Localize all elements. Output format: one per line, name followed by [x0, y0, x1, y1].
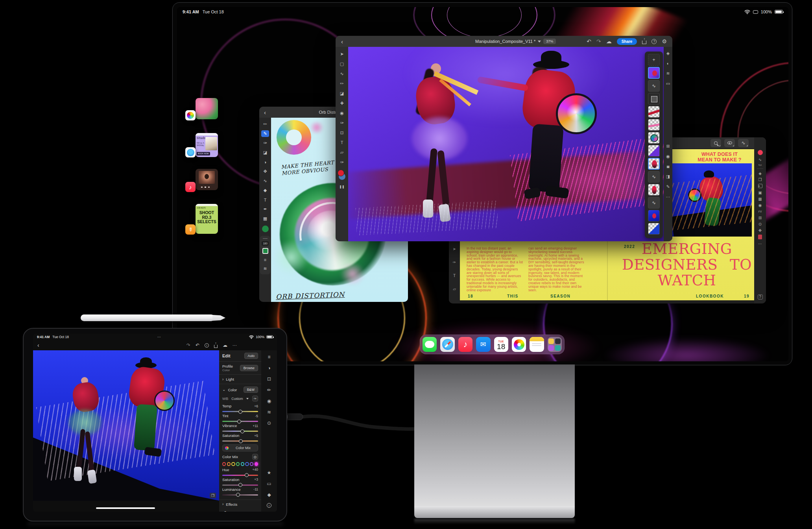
history-icon[interactable]: ⊙ [758, 222, 762, 226]
marquee-tool-icon[interactable]: ▢ [338, 61, 345, 67]
layer-thumbnail[interactable] [648, 223, 660, 235]
more-options-icon[interactable]: ⋯ [666, 194, 670, 200]
undo-icon[interactable]: ↶ [196, 343, 199, 348]
eraser-tool-icon[interactable]: ◪ [261, 149, 269, 156]
browse-button[interactable]: Browse [240, 365, 258, 371]
color-square-swatch[interactable] [262, 248, 268, 254]
properties-panel-icon[interactable]: ≋ [666, 71, 670, 76]
color-mix-button[interactable]: Color Mix [222, 444, 258, 451]
zoom-tool-button[interactable] [710, 139, 721, 147]
music-app-icon[interactable]: ♪ [185, 182, 196, 192]
magenta-channel-dot-selected[interactable] [255, 462, 258, 466]
purple-channel-dot[interactable] [250, 462, 253, 466]
transform-icon[interactable]: ✥ [758, 228, 762, 232]
libraries-icon[interactable] [758, 235, 762, 239]
move-tool-icon[interactable]: ➤ [338, 51, 345, 57]
curves-adjustment-layer[interactable]: ∿ [648, 80, 660, 92]
comment-icon[interactable]: ▭ [267, 481, 271, 486]
zoom-level-badge[interactable]: 37% [543, 39, 556, 44]
dock-photos-icon[interactable] [512, 337, 526, 352]
keyword-tag-icon[interactable]: ◆ [267, 492, 271, 498]
layer-thumbnail[interactable] [648, 145, 660, 157]
dock-safari-icon[interactable] [440, 337, 454, 352]
document-title[interactable]: Manipulation_Composite_V11 * [475, 39, 535, 44]
toolbar-toggle-icon[interactable]: ❚❚ [338, 183, 345, 190]
dock-app-library-icon[interactable] [548, 337, 562, 352]
lasso-tool-icon[interactable]: ∿ [261, 178, 269, 184]
back-icon[interactable]: ‹ [37, 342, 39, 348]
adjustments-panel-icon[interactable]: ◐ [667, 61, 670, 66]
color-swatch[interactable] [758, 150, 763, 155]
healing-icon[interactable]: ◉ [267, 398, 271, 404]
select-tool-icon[interactable]: ➤ [453, 247, 456, 251]
fill-tool-icon[interactable]: ◆ [261, 187, 269, 194]
mix-saturation-slider[interactable] [222, 485, 258, 486]
profiles-icon[interactable]: ◑ [268, 365, 270, 371]
artboard-panel-icon[interactable]: ▣ [758, 191, 762, 194]
brush-size-badge[interactable]: 180 [262, 241, 269, 246]
more-icon[interactable]: ⋯ [233, 343, 237, 348]
export-icon[interactable] [642, 41, 646, 44]
crop-icon[interactable]: ⊡ [267, 376, 271, 382]
clip-mask-icon[interactable]: ◨ [666, 174, 670, 179]
orange-channel-dot[interactable] [227, 462, 231, 466]
type-tool-icon[interactable]: T [338, 139, 345, 146]
type-tool-icon[interactable]: T [453, 274, 456, 277]
layer-thumbnail[interactable] [648, 106, 660, 118]
back-icon[interactable]: ‹ [341, 39, 343, 44]
wb-value-dropdown[interactable]: Custom [231, 397, 243, 401]
presets-icon[interactable]: ≋ [267, 409, 271, 415]
vector-brush-tool-icon[interactable]: ✑ [261, 140, 269, 146]
layer-thumbnail[interactable] [648, 158, 660, 170]
water-flow-icon[interactable]: ≡ [261, 256, 269, 263]
hue-slider[interactable] [222, 475, 258, 476]
image-panel-icon[interactable]: ▦ [758, 197, 762, 201]
move-tool-icon[interactable]: ✥ [261, 168, 269, 175]
comments-panel-icon[interactable]: ▭ [666, 81, 670, 86]
pixel-brush-tool-icon[interactable]: ✏ [261, 121, 269, 128]
book-now-button[interactable]: BOOK NOW [197, 152, 210, 155]
redo-icon[interactable]: ↷ [596, 39, 601, 44]
home-indicator[interactable] [96, 507, 155, 509]
rating-star-icon[interactable]: ★ [267, 470, 271, 475]
photoshop-titlebar[interactable]: ‹ Manipulation_Composite_V11 * 37% ↶ ↷ ☁… [336, 36, 672, 47]
help-icon[interactable]: ? [651, 39, 657, 44]
targeted-adjust-button[interactable]: ◎ [252, 454, 258, 460]
vibrance-slider[interactable] [222, 431, 258, 432]
mask-layer[interactable] [648, 93, 660, 105]
stage-card-notes[interactable]: JOB #0075 SHOOT RD.3 SELECTS [196, 204, 218, 234]
photoshop-window[interactable]: ‹ Manipulation_Composite_V11 * 37% ↶ ↷ ☁… [336, 36, 672, 241]
live-brush-tool-icon-selected[interactable]: ✎ [261, 130, 269, 137]
stage-card-photos[interactable] [196, 98, 218, 119]
gradient-icon[interactable]: ◉ [758, 203, 762, 207]
layers-panel-icon[interactable]: ◈ [666, 51, 670, 56]
eyedropper-button[interactable]: ✑ [252, 396, 258, 401]
info-icon[interactable]: i [267, 503, 271, 508]
shape-tool-icon[interactable]: ▱ [453, 287, 456, 291]
blue-channel-dot[interactable] [245, 462, 249, 466]
display-connect-icon[interactable] [753, 10, 758, 14]
reset-edits-icon[interactable]: ↺ [222, 511, 226, 512]
layer-thumbnail[interactable] [648, 210, 660, 222]
layer-thumbnail[interactable] [648, 132, 660, 144]
date[interactable]: Tue Oct 18 [203, 9, 224, 14]
character-style-icon[interactable]: a [758, 184, 762, 188]
stage-card-safari[interactable]: Studio 2a 650 sq. ft. $400/day BOOK NOW [196, 133, 218, 157]
info-icon[interactable]: i [205, 343, 209, 348]
photos-app-icon[interactable] [185, 110, 196, 120]
cloud-sync-icon[interactable]: ☁ [606, 39, 612, 44]
more-icon[interactable]: ⋯ [758, 242, 762, 246]
dock-calendar-icon[interactable]: TUE18 [494, 337, 508, 352]
effects-fx-icon[interactable]: FX [758, 209, 762, 213]
dock-messages-icon[interactable] [423, 337, 437, 352]
smoothing-icon[interactable]: ≋ [261, 265, 269, 272]
preview-eye-button[interactable] [724, 139, 735, 147]
pen-tool-icon[interactable]: ✑ [453, 260, 456, 264]
layer-style-icon[interactable]: ✎ [666, 184, 670, 189]
pages-app-icon[interactable]: ✏ [185, 224, 196, 235]
help-button[interactable]: ? [758, 294, 763, 300]
safari-app-icon[interactable] [185, 147, 196, 157]
tint-slider[interactable] [222, 421, 258, 422]
undo-icon[interactable]: ↶ [587, 39, 591, 44]
color-section-row[interactable]: ⌄Color B&W [222, 387, 258, 393]
